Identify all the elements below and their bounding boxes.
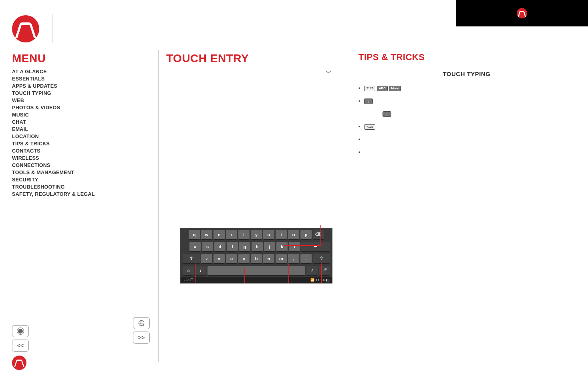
menu-item-location[interactable]: LOCATION <box>12 133 144 140</box>
key-a: a <box>189 242 201 251</box>
key-shift-left: ⇧ <box>183 254 200 263</box>
tips-title: TIPS & TRICKS <box>358 52 575 62</box>
header-logo-block <box>12 14 52 43</box>
status-time: 📶 11:14 ▮▯ <box>310 278 330 282</box>
menu-item-safety-legal[interactable]: SAFETY, REGULATORY & LEGAL <box>12 191 144 198</box>
menu-item-contacts[interactable]: CONTACTS <box>12 147 144 155</box>
menu-item-web[interactable]: WEB <box>12 97 144 104</box>
key-g: g <box>239 242 250 251</box>
callout-line <box>195 263 196 283</box>
key-t: t <box>238 230 250 239</box>
keyboard-illustration: q w e r t y u i o p ⌫ a s d f g h j k l … <box>180 228 332 283</box>
key-x: x <box>213 254 225 263</box>
globe-button[interactable] <box>133 317 150 329</box>
key-f: f <box>227 242 238 251</box>
callout-line <box>284 245 321 246</box>
key-more-icon: More <box>389 86 401 91</box>
tips-heading: TOUCH TYPING <box>358 70 575 77</box>
key-slash: / <box>195 266 206 275</box>
nav-back-icon: ⌄ ⌂ ☐ <box>183 278 193 282</box>
key-emoji: ☺ <box>183 266 194 275</box>
menu-item-security[interactable]: SECURITY <box>12 176 144 183</box>
key-u: u <box>263 230 274 239</box>
prev-page-button[interactable]: << <box>12 340 29 352</box>
tips-column: TIPS & TRICKS TOUCH TYPING • ?123 ABC Mo… <box>358 52 575 161</box>
shift-key-icon <box>383 111 391 117</box>
menu-item-touch-typing[interactable]: TOUCH TYPING <box>12 90 144 97</box>
key-d: d <box>214 242 226 251</box>
footer-nav-left: << <box>12 325 29 370</box>
key-v: v <box>238 254 250 263</box>
menu-item-at-a-glance[interactable]: AT A GLANCE <box>12 68 144 75</box>
menu-item-tools-management[interactable]: TOOLS & MANAGEMENT <box>12 169 144 176</box>
menu-item-troubleshooting[interactable]: TROUBLESHOOTING <box>12 183 144 191</box>
next-page-button[interactable]: >> <box>133 332 150 344</box>
key-p: p <box>300 230 312 239</box>
menu-sidebar: MENU AT A GLANCE ESSENTIALS APPS & UPDAT… <box>12 52 144 198</box>
motorola-logo-icon <box>12 15 39 42</box>
key-7123-icon: ?123 <box>364 124 375 130</box>
callout-line <box>244 268 245 283</box>
key-r: r <box>226 230 237 239</box>
home-button[interactable] <box>12 325 29 337</box>
key-n: n <box>263 254 274 263</box>
key-y: y <box>251 230 262 239</box>
key-o: o <box>288 230 299 239</box>
footer-nav-right: >> <box>133 317 150 344</box>
menu-item-apps-updates[interactable]: APPS & UPDATES <box>12 82 144 90</box>
menu-item-wireless[interactable]: WIRELESS <box>12 155 144 162</box>
key-s: s <box>202 242 213 251</box>
menu-item-essentials[interactable]: ESSENTIALS <box>12 75 144 82</box>
key-i: i <box>276 230 287 239</box>
key-z: z <box>201 254 212 263</box>
divider <box>158 50 159 362</box>
key-lang: / <box>306 266 318 275</box>
android-navbar: ⌄ ⌂ ☐ 📶 11:14 ▮▯ <box>181 277 332 283</box>
motorola-logo-icon <box>517 8 527 18</box>
key-shift-right: ⇧ <box>313 254 330 263</box>
key-h: h <box>252 242 263 251</box>
expand-down-icon[interactable] <box>324 68 333 78</box>
key-space <box>207 266 305 275</box>
key-q: q <box>189 230 200 239</box>
key-j: j <box>264 242 275 251</box>
divider <box>52 14 52 43</box>
motorola-logo-icon <box>12 356 26 370</box>
key-e: e <box>213 230 225 239</box>
shift-key-icon <box>364 99 373 104</box>
key-l: l <box>289 242 300 251</box>
key-7123-icon: ?123 <box>364 86 375 91</box>
key-period: . <box>300 254 312 263</box>
dot-icon <box>17 328 24 334</box>
key-k: k <box>276 242 288 251</box>
menu-item-chat[interactable]: CHAT <box>12 119 144 126</box>
key-abc-icon: ABC <box>377 86 388 91</box>
top-banner <box>456 0 588 26</box>
key-backspace: ⌫ <box>313 230 324 239</box>
menu-item-photos-videos[interactable]: PHOTOS & VIDEOS <box>12 104 144 111</box>
key-voice: 🎤 <box>319 266 330 275</box>
menu-title: MENU <box>12 52 144 65</box>
key-w: w <box>201 230 212 239</box>
key-b: b <box>251 254 262 263</box>
callout-line <box>320 225 321 245</box>
menu-item-email[interactable]: EMAIL <box>12 126 144 133</box>
center-title: TOUCH ENTRY <box>166 52 342 65</box>
key-c: c <box>226 254 237 263</box>
key-enter: ↵ <box>301 242 330 251</box>
key-comma: , <box>288 254 299 263</box>
menu-item-connections[interactable]: CONNECTIONS <box>12 162 144 169</box>
center-column: TOUCH ENTRY <box>166 52 342 65</box>
callout-line <box>321 263 322 283</box>
globe-icon <box>138 320 145 327</box>
callout-line <box>288 263 289 283</box>
key-m: m <box>276 254 287 263</box>
menu-item-tips-tricks[interactable]: TIPS & TRICKS <box>12 140 144 147</box>
tips-body: • ?123 ABC More • • ?123 • • <box>358 84 575 156</box>
divider <box>354 50 354 362</box>
menu-item-music[interactable]: MUSIC <box>12 111 144 119</box>
